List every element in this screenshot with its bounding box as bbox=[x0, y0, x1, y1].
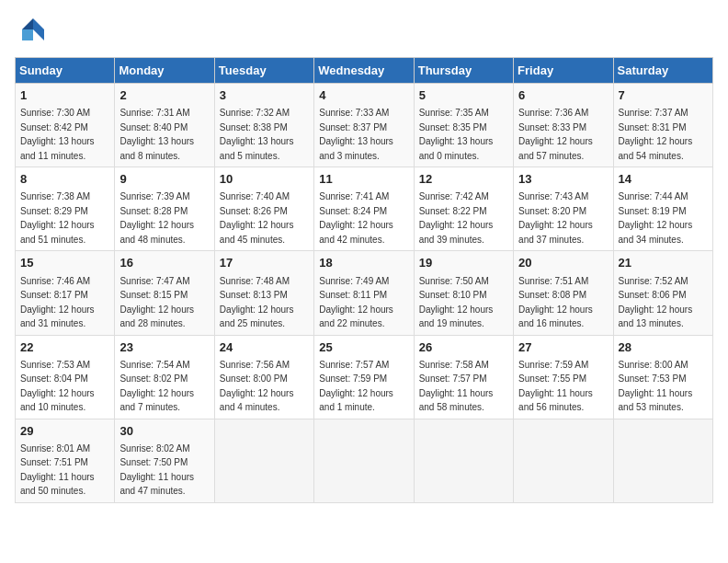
day-info: Sunrise: 8:00 AMSunset: 7:53 PMDaylight:… bbox=[619, 360, 693, 413]
day-number: 24 bbox=[220, 339, 309, 356]
calendar-cell: 20 Sunrise: 7:51 AMSunset: 8:08 PMDaylig… bbox=[514, 251, 613, 335]
calendar-cell bbox=[414, 419, 513, 502]
calendar-cell: 26 Sunrise: 7:58 AMSunset: 7:57 PMDaylig… bbox=[414, 335, 513, 419]
calendar-cell: 8 Sunrise: 7:38 AMSunset: 8:29 PMDayligh… bbox=[16, 167, 115, 251]
calendar-week-5: 29 Sunrise: 8:01 AMSunset: 7:51 PMDaylig… bbox=[16, 419, 713, 502]
day-number: 29 bbox=[20, 423, 109, 440]
day-number: 30 bbox=[119, 423, 209, 440]
day-number: 7 bbox=[619, 87, 708, 104]
day-number: 27 bbox=[518, 339, 608, 356]
day-info: Sunrise: 7:35 AMSunset: 8:35 PMDaylight:… bbox=[419, 108, 494, 161]
day-info: Sunrise: 7:37 AMSunset: 8:31 PMDaylight:… bbox=[619, 108, 693, 161]
day-info: Sunrise: 7:59 AMSunset: 7:55 PMDaylight:… bbox=[518, 360, 593, 413]
day-info: Sunrise: 7:57 AMSunset: 7:59 PMDaylight:… bbox=[319, 360, 393, 413]
calendar-week-3: 15 Sunrise: 7:46 AMSunset: 8:17 PMDaylig… bbox=[16, 251, 713, 335]
calendar-cell: 30 Sunrise: 8:02 AMSunset: 7:50 PMDaylig… bbox=[115, 419, 214, 502]
calendar-cell: 9 Sunrise: 7:39 AMSunset: 8:28 PMDayligh… bbox=[115, 167, 214, 251]
day-number: 22 bbox=[20, 339, 109, 356]
day-number: 4 bbox=[319, 87, 408, 104]
day-number: 11 bbox=[319, 171, 408, 188]
calendar-header-row: SundayMondayTuesdayWednesdayThursdayFrid… bbox=[16, 58, 713, 84]
day-info: Sunrise: 7:38 AMSunset: 8:29 PMDaylight:… bbox=[20, 191, 95, 245]
page-header bbox=[15, 15, 713, 48]
day-number: 17 bbox=[220, 255, 309, 271]
day-info: Sunrise: 7:40 AMSunset: 8:26 PMDaylight:… bbox=[220, 191, 294, 245]
day-info: Sunrise: 7:48 AMSunset: 8:13 PMDaylight:… bbox=[220, 276, 294, 329]
day-info: Sunrise: 7:30 AMSunset: 8:42 PMDaylight:… bbox=[20, 108, 95, 161]
calendar-cell: 6 Sunrise: 7:36 AMSunset: 8:33 PMDayligh… bbox=[514, 84, 613, 167]
calendar-cell: 5 Sunrise: 7:35 AMSunset: 8:35 PMDayligh… bbox=[414, 84, 513, 167]
day-number: 9 bbox=[119, 171, 209, 188]
calendar-cell: 1 Sunrise: 7:30 AMSunset: 8:42 PMDayligh… bbox=[16, 84, 115, 167]
day-info: Sunrise: 7:54 AMSunset: 8:02 PMDaylight:… bbox=[119, 360, 194, 413]
day-number: 26 bbox=[419, 339, 508, 356]
logo bbox=[15, 15, 51, 48]
day-info: Sunrise: 7:41 AMSunset: 8:24 PMDaylight:… bbox=[319, 191, 393, 245]
day-info: Sunrise: 7:56 AMSunset: 8:00 PMDaylight:… bbox=[220, 360, 294, 413]
day-info: Sunrise: 7:31 AMSunset: 8:40 PMDaylight:… bbox=[119, 108, 194, 161]
day-number: 16 bbox=[119, 255, 209, 271]
calendar-cell: 3 Sunrise: 7:32 AMSunset: 8:38 PMDayligh… bbox=[214, 84, 313, 167]
calendar-table: SundayMondayTuesdayWednesdayThursdayFrid… bbox=[15, 57, 713, 503]
day-number: 19 bbox=[419, 255, 508, 271]
day-number: 13 bbox=[518, 171, 608, 188]
col-header-tuesday: Tuesday bbox=[214, 58, 313, 84]
day-info: Sunrise: 7:39 AMSunset: 8:28 PMDaylight:… bbox=[119, 191, 194, 245]
calendar-cell: 4 Sunrise: 7:33 AMSunset: 8:37 PMDayligh… bbox=[314, 84, 414, 167]
calendar-cell: 21 Sunrise: 7:52 AMSunset: 8:06 PMDaylig… bbox=[613, 251, 712, 335]
day-number: 15 bbox=[20, 255, 109, 271]
calendar-cell: 22 Sunrise: 7:53 AMSunset: 8:04 PMDaylig… bbox=[16, 335, 115, 419]
logo-icon bbox=[15, 15, 48, 48]
col-header-friday: Friday bbox=[514, 58, 613, 84]
calendar-cell: 25 Sunrise: 7:57 AMSunset: 7:59 PMDaylig… bbox=[314, 335, 414, 419]
calendar-cell: 19 Sunrise: 7:50 AMSunset: 8:10 PMDaylig… bbox=[414, 251, 513, 335]
calendar-week-2: 8 Sunrise: 7:38 AMSunset: 8:29 PMDayligh… bbox=[16, 167, 713, 251]
day-info: Sunrise: 7:33 AMSunset: 8:37 PMDaylight:… bbox=[319, 108, 393, 161]
day-info: Sunrise: 7:51 AMSunset: 8:08 PMDaylight:… bbox=[518, 276, 593, 329]
calendar-cell: 15 Sunrise: 7:46 AMSunset: 8:17 PMDaylig… bbox=[16, 251, 115, 335]
day-info: Sunrise: 7:43 AMSunset: 8:20 PMDaylight:… bbox=[518, 191, 593, 245]
calendar-cell: 7 Sunrise: 7:37 AMSunset: 8:31 PMDayligh… bbox=[613, 84, 712, 167]
day-number: 8 bbox=[20, 171, 109, 188]
calendar-cell: 28 Sunrise: 8:00 AMSunset: 7:53 PMDaylig… bbox=[613, 335, 712, 419]
day-number: 14 bbox=[619, 171, 708, 188]
calendar-cell: 2 Sunrise: 7:31 AMSunset: 8:40 PMDayligh… bbox=[115, 84, 214, 167]
day-number: 23 bbox=[119, 339, 209, 356]
day-number: 28 bbox=[619, 339, 708, 356]
calendar-cell: 23 Sunrise: 7:54 AMSunset: 8:02 PMDaylig… bbox=[115, 335, 214, 419]
day-number: 20 bbox=[518, 255, 608, 271]
day-number: 1 bbox=[20, 87, 109, 104]
day-number: 25 bbox=[319, 339, 408, 356]
calendar-cell: 10 Sunrise: 7:40 AMSunset: 8:26 PMDaylig… bbox=[214, 167, 313, 251]
calendar-cell: 11 Sunrise: 7:41 AMSunset: 8:24 PMDaylig… bbox=[314, 167, 414, 251]
day-info: Sunrise: 7:36 AMSunset: 8:33 PMDaylight:… bbox=[518, 108, 593, 161]
calendar-cell: 18 Sunrise: 7:49 AMSunset: 8:11 PMDaylig… bbox=[314, 251, 414, 335]
calendar-cell: 14 Sunrise: 7:44 AMSunset: 8:19 PMDaylig… bbox=[613, 167, 712, 251]
calendar-cell: 29 Sunrise: 8:01 AMSunset: 7:51 PMDaylig… bbox=[16, 419, 115, 502]
col-header-thursday: Thursday bbox=[414, 58, 513, 84]
day-number: 21 bbox=[619, 255, 708, 271]
day-info: Sunrise: 7:50 AMSunset: 8:10 PMDaylight:… bbox=[419, 276, 494, 329]
svg-marker-3 bbox=[22, 29, 33, 40]
day-info: Sunrise: 7:58 AMSunset: 7:57 PMDaylight:… bbox=[419, 360, 494, 413]
calendar-week-4: 22 Sunrise: 7:53 AMSunset: 8:04 PMDaylig… bbox=[16, 335, 713, 419]
calendar-cell: 12 Sunrise: 7:42 AMSunset: 8:22 PMDaylig… bbox=[414, 167, 513, 251]
calendar-cell: 24 Sunrise: 7:56 AMSunset: 8:00 PMDaylig… bbox=[214, 335, 313, 419]
day-number: 10 bbox=[220, 171, 309, 188]
day-number: 3 bbox=[220, 87, 309, 104]
col-header-saturday: Saturday bbox=[613, 58, 712, 84]
col-header-wednesday: Wednesday bbox=[314, 58, 414, 84]
day-number: 18 bbox=[319, 255, 408, 271]
day-info: Sunrise: 7:53 AMSunset: 8:04 PMDaylight:… bbox=[20, 360, 95, 413]
day-info: Sunrise: 7:49 AMSunset: 8:11 PMDaylight:… bbox=[319, 276, 393, 329]
calendar-cell bbox=[514, 419, 613, 502]
day-number: 12 bbox=[419, 171, 508, 188]
calendar-cell: 27 Sunrise: 7:59 AMSunset: 7:55 PMDaylig… bbox=[514, 335, 613, 419]
calendar-cell: 13 Sunrise: 7:43 AMSunset: 8:20 PMDaylig… bbox=[514, 167, 613, 251]
day-number: 2 bbox=[119, 87, 209, 104]
calendar-cell bbox=[613, 419, 712, 502]
col-header-monday: Monday bbox=[115, 58, 214, 84]
day-info: Sunrise: 7:52 AMSunset: 8:06 PMDaylight:… bbox=[619, 276, 693, 329]
day-info: Sunrise: 8:02 AMSunset: 7:50 PMDaylight:… bbox=[119, 443, 194, 497]
calendar-cell: 17 Sunrise: 7:48 AMSunset: 8:13 PMDaylig… bbox=[214, 251, 313, 335]
